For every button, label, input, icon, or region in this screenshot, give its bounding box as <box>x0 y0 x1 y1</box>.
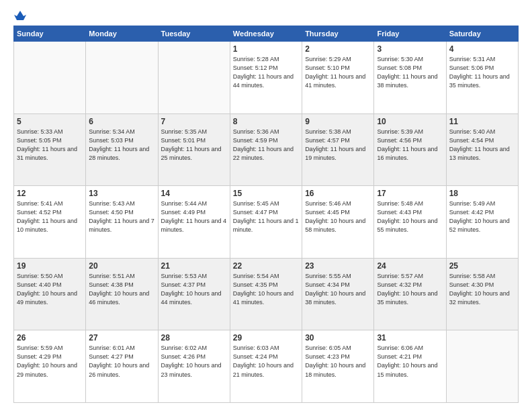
calendar-cell: 22Sunrise: 5:54 AM Sunset: 4:35 PM Dayli… <box>230 258 302 330</box>
calendar-cell: 24Sunrise: 5:57 AM Sunset: 4:32 PM Dayli… <box>374 258 446 330</box>
day-info: Sunrise: 5:29 AM Sunset: 5:10 PM Dayligh… <box>305 55 371 90</box>
day-info: Sunrise: 5:59 AM Sunset: 4:29 PM Dayligh… <box>17 344 83 379</box>
day-info: Sunrise: 5:39 AM Sunset: 4:56 PM Dayligh… <box>377 128 443 163</box>
day-number: 20 <box>89 261 154 271</box>
weekday-thursday: Thursday <box>302 26 374 42</box>
day-number: 31 <box>377 333 443 342</box>
week-row-5: 26Sunrise: 5:59 AM Sunset: 4:29 PM Dayli… <box>14 330 519 403</box>
logo <box>13 11 27 19</box>
calendar-cell: 13Sunrise: 5:43 AM Sunset: 4:50 PM Dayli… <box>86 186 158 259</box>
calendar-cell: 11Sunrise: 5:40 AM Sunset: 4:54 PM Dayli… <box>446 113 518 186</box>
day-number: 29 <box>233 333 299 342</box>
calendar-cell: 10Sunrise: 5:39 AM Sunset: 4:56 PM Dayli… <box>374 113 446 186</box>
calendar-cell: 19Sunrise: 5:50 AM Sunset: 4:40 PM Dayli… <box>14 258 86 330</box>
day-number: 23 <box>305 261 371 271</box>
day-number: 18 <box>449 189 515 198</box>
weekday-wednesday: Wednesday <box>230 26 302 42</box>
day-info: Sunrise: 5:43 AM Sunset: 4:50 PM Dayligh… <box>89 199 154 234</box>
day-info: Sunrise: 5:30 AM Sunset: 5:08 PM Dayligh… <box>377 55 443 90</box>
calendar-cell: 27Sunrise: 6:01 AM Sunset: 4:27 PM Dayli… <box>86 330 158 403</box>
day-info: Sunrise: 6:02 AM Sunset: 4:26 PM Dayligh… <box>161 344 227 379</box>
calendar-cell: 26Sunrise: 5:59 AM Sunset: 4:29 PM Dayli… <box>14 330 86 403</box>
day-number: 11 <box>449 117 515 126</box>
day-number: 24 <box>377 261 443 271</box>
calendar-cell: 4Sunrise: 5:31 AM Sunset: 5:06 PM Daylig… <box>446 42 518 114</box>
day-info: Sunrise: 5:49 AM Sunset: 4:42 PM Dayligh… <box>449 199 515 234</box>
day-info: Sunrise: 5:38 AM Sunset: 4:57 PM Dayligh… <box>305 128 371 163</box>
calendar-cell: 20Sunrise: 5:51 AM Sunset: 4:38 PM Dayli… <box>86 258 158 330</box>
day-number: 13 <box>89 189 154 198</box>
day-number: 21 <box>161 261 227 271</box>
day-info: Sunrise: 5:31 AM Sunset: 5:06 PM Dayligh… <box>449 55 515 90</box>
day-info: Sunrise: 5:58 AM Sunset: 4:30 PM Dayligh… <box>449 272 515 307</box>
day-number: 17 <box>377 189 443 198</box>
day-number: 14 <box>161 189 227 198</box>
day-info: Sunrise: 5:45 AM Sunset: 4:47 PM Dayligh… <box>233 199 299 234</box>
day-number: 7 <box>161 117 227 126</box>
day-info: Sunrise: 5:35 AM Sunset: 5:01 PM Dayligh… <box>161 128 227 163</box>
calendar-cell: 29Sunrise: 6:03 AM Sunset: 4:24 PM Dayli… <box>230 330 302 403</box>
weekday-friday: Friday <box>374 26 446 42</box>
day-info: Sunrise: 6:01 AM Sunset: 4:27 PM Dayligh… <box>89 344 154 379</box>
calendar-cell: 6Sunrise: 5:34 AM Sunset: 5:03 PM Daylig… <box>86 113 158 186</box>
calendar-table: SundayMondayTuesdayWednesdayThursdayFrid… <box>13 26 519 403</box>
day-info: Sunrise: 5:55 AM Sunset: 4:34 PM Dayligh… <box>305 272 371 307</box>
calendar-cell: 21Sunrise: 5:53 AM Sunset: 4:37 PM Dayli… <box>158 258 230 330</box>
weekday-monday: Monday <box>86 26 158 42</box>
calendar-cell <box>86 42 158 114</box>
day-info: Sunrise: 5:50 AM Sunset: 4:40 PM Dayligh… <box>17 272 83 307</box>
calendar-cell: 2Sunrise: 5:29 AM Sunset: 5:10 PM Daylig… <box>302 42 374 114</box>
day-info: Sunrise: 6:06 AM Sunset: 4:21 PM Dayligh… <box>377 344 443 379</box>
day-number: 5 <box>17 117 83 126</box>
week-row-4: 19Sunrise: 5:50 AM Sunset: 4:40 PM Dayli… <box>14 258 519 330</box>
week-row-3: 12Sunrise: 5:41 AM Sunset: 4:52 PM Dayli… <box>14 186 519 259</box>
day-number: 3 <box>377 44 443 54</box>
day-number: 10 <box>377 117 443 126</box>
day-number: 16 <box>305 189 371 198</box>
svg-marker-0 <box>14 11 26 20</box>
day-info: Sunrise: 5:54 AM Sunset: 4:35 PM Dayligh… <box>233 272 299 307</box>
day-number: 8 <box>233 117 299 126</box>
calendar-cell: 31Sunrise: 6:06 AM Sunset: 4:21 PM Dayli… <box>374 330 446 403</box>
day-number: 19 <box>17 261 83 271</box>
day-number: 9 <box>305 117 371 126</box>
calendar-cell: 5Sunrise: 5:33 AM Sunset: 5:05 PM Daylig… <box>14 113 86 186</box>
page: SundayMondayTuesdayWednesdayThursdayFrid… <box>0 0 532 411</box>
day-number: 12 <box>17 189 83 198</box>
week-row-1: 1Sunrise: 5:28 AM Sunset: 5:12 PM Daylig… <box>14 42 519 114</box>
day-info: Sunrise: 5:53 AM Sunset: 4:37 PM Dayligh… <box>161 272 227 307</box>
day-info: Sunrise: 5:33 AM Sunset: 5:05 PM Dayligh… <box>17 128 83 163</box>
calendar-cell: 12Sunrise: 5:41 AM Sunset: 4:52 PM Dayli… <box>14 186 86 259</box>
calendar-cell <box>446 330 518 403</box>
calendar-cell: 16Sunrise: 5:46 AM Sunset: 4:45 PM Dayli… <box>302 186 374 259</box>
day-number: 6 <box>89 117 154 126</box>
calendar-cell: 3Sunrise: 5:30 AM Sunset: 5:08 PM Daylig… <box>374 42 446 114</box>
calendar-cell: 14Sunrise: 5:44 AM Sunset: 4:49 PM Dayli… <box>158 186 230 259</box>
day-info: Sunrise: 6:03 AM Sunset: 4:24 PM Dayligh… <box>233 344 299 379</box>
calendar-cell: 28Sunrise: 6:02 AM Sunset: 4:26 PM Dayli… <box>158 330 230 403</box>
day-info: Sunrise: 5:40 AM Sunset: 4:54 PM Dayligh… <box>449 128 515 163</box>
day-number: 4 <box>449 44 515 54</box>
logo-icon <box>14 11 26 21</box>
calendar-cell: 7Sunrise: 5:35 AM Sunset: 5:01 PM Daylig… <box>158 113 230 186</box>
calendar-cell: 30Sunrise: 6:05 AM Sunset: 4:23 PM Dayli… <box>302 330 374 403</box>
day-info: Sunrise: 5:51 AM Sunset: 4:38 PM Dayligh… <box>89 272 154 307</box>
calendar-cell: 1Sunrise: 5:28 AM Sunset: 5:12 PM Daylig… <box>230 42 302 114</box>
weekday-saturday: Saturday <box>446 26 518 42</box>
day-info: Sunrise: 5:48 AM Sunset: 4:43 PM Dayligh… <box>377 199 443 234</box>
day-info: Sunrise: 5:28 AM Sunset: 5:12 PM Dayligh… <box>233 55 299 90</box>
calendar-cell: 15Sunrise: 5:45 AM Sunset: 4:47 PM Dayli… <box>230 186 302 259</box>
calendar-cell: 25Sunrise: 5:58 AM Sunset: 4:30 PM Dayli… <box>446 258 518 330</box>
day-info: Sunrise: 5:41 AM Sunset: 4:52 PM Dayligh… <box>17 199 83 234</box>
day-number: 1 <box>233 44 299 54</box>
header <box>13 11 519 19</box>
day-number: 22 <box>233 261 299 271</box>
calendar-cell: 9Sunrise: 5:38 AM Sunset: 4:57 PM Daylig… <box>302 113 374 186</box>
day-info: Sunrise: 5:46 AM Sunset: 4:45 PM Dayligh… <box>305 199 371 234</box>
calendar-cell <box>158 42 230 114</box>
calendar-cell: 17Sunrise: 5:48 AM Sunset: 4:43 PM Dayli… <box>374 186 446 259</box>
day-number: 30 <box>305 333 371 342</box>
weekday-sunday: Sunday <box>14 26 86 42</box>
day-number: 2 <box>305 44 371 54</box>
weekday-header-row: SundayMondayTuesdayWednesdayThursdayFrid… <box>14 26 519 42</box>
